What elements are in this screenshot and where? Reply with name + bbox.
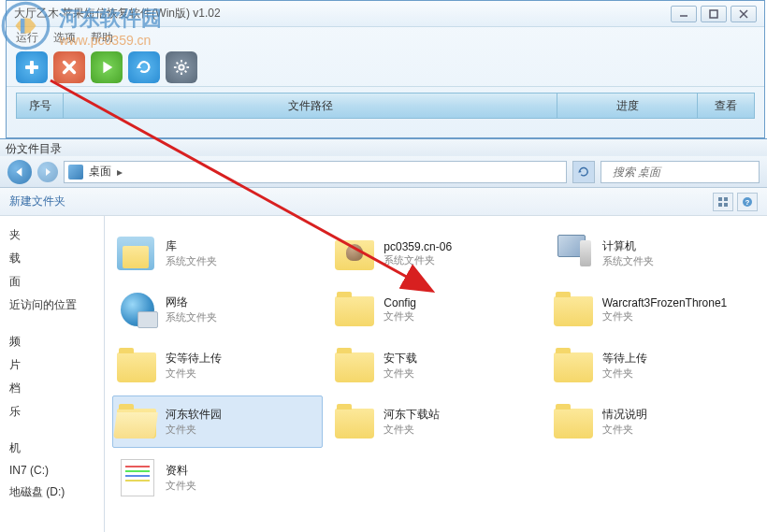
svg-rect-8	[25, 65, 38, 69]
folder-name: 安下载	[384, 351, 536, 367]
sidebar-item[interactable]: 面	[4, 270, 100, 294]
table-header: 序号 文件路径 进度 查看	[16, 93, 755, 119]
breadcrumb[interactable]: 桌面 ▸	[64, 161, 567, 183]
settings-button[interactable]	[166, 51, 197, 83]
new-folder-button[interactable]: 新建文件夹	[9, 194, 65, 209]
folder-type: 文件夹	[166, 423, 318, 437]
help-button[interactable]: ?	[737, 193, 758, 211]
svg-marker-23	[46, 168, 51, 176]
nav-back-button[interactable]	[7, 160, 32, 184]
folder-name: Warcraft3FrozenThrone1	[602, 296, 755, 309]
play-button[interactable]	[91, 51, 123, 83]
svg-line-21	[177, 70, 179, 72]
folder-name: 情况说明	[602, 407, 755, 423]
folder-name: 河东软件园	[166, 407, 318, 423]
nav-refresh-button[interactable]	[572, 161, 595, 183]
svg-line-19	[185, 70, 187, 72]
sidebar-item[interactable]: IN7 (C:)	[4, 460, 100, 481]
explorer-body: 夹 载 面 近访问的位置 频 片 档 乐 机 IN7 (C:) 地磁盘 (D:)…	[0, 216, 767, 532]
sidebar-item[interactable]: 乐	[4, 400, 100, 424]
folder-item[interactable]: 资料文件夹	[112, 452, 323, 504]
refresh-button[interactable]	[128, 51, 160, 83]
minimize-button[interactable]	[671, 6, 697, 22]
app-title: 大厅乙木·苹果短信恢复软件(Win版) v1.02	[14, 6, 671, 22]
folder-icon	[335, 403, 376, 440]
folder-type: 系统文件夹	[384, 253, 536, 267]
folder-name: 资料	[166, 463, 318, 479]
folder-item[interactable]: 网络系统文件夹	[112, 283, 323, 336]
sidebar-item[interactable]: 地磁盘 (D:)	[4, 481, 100, 504]
menu-run[interactable]: 运行	[16, 30, 38, 46]
svg-marker-11	[103, 61, 112, 73]
sidebar-item[interactable]: 载	[4, 247, 100, 270]
folder-item[interactable]: 情况说明文件夹	[549, 395, 760, 448]
folder-item[interactable]: 计算机系统文件夹	[549, 227, 760, 280]
app-toolbar	[7, 48, 764, 87]
nav-forward-button[interactable]	[37, 162, 58, 182]
folder-type: 文件夹	[166, 479, 318, 493]
delete-button[interactable]	[53, 51, 85, 83]
explorer-sidebar: 夹 载 面 近访问的位置 频 片 档 乐 机 IN7 (C:) 地磁盘 (D:)	[0, 216, 105, 532]
folder-name: 库	[166, 238, 318, 254]
search-box[interactable]	[601, 161, 760, 183]
folder-type: 文件夹	[602, 423, 755, 437]
folder-item[interactable]: Config文件夹	[330, 283, 541, 336]
menu-help[interactable]: 帮助	[91, 30, 113, 46]
menu-options[interactable]: 选项	[53, 30, 76, 46]
column-progress[interactable]: 进度	[557, 93, 698, 118]
folder-name: Config	[384, 296, 536, 309]
folder-icon	[117, 347, 158, 384]
folder-item[interactable]: 安下载文件夹	[330, 339, 541, 392]
app-titlebar: 大厅乙木·苹果短信恢复软件(Win版) v1.02	[7, 1, 764, 27]
pc-icon	[554, 235, 595, 272]
folder-name: 安等待上传	[166, 351, 318, 367]
sidebar-item[interactable]: 频	[4, 330, 100, 353]
chevron-right-icon: ▸	[117, 165, 123, 179]
folder-item[interactable]: Warcraft3FrozenThrone1文件夹	[549, 283, 760, 336]
column-path[interactable]: 文件路径	[64, 93, 557, 118]
folder-type: 文件夹	[384, 367, 536, 381]
sidebar-item[interactable]: 片	[4, 353, 100, 377]
net-icon	[117, 291, 158, 328]
folder-item[interactable]: 等待上传文件夹	[549, 339, 760, 392]
folder-name: pc0359.cn-06	[384, 240, 536, 253]
explorer-toolbar: 新建文件夹 ?	[0, 188, 767, 216]
svg-line-18	[177, 62, 179, 64]
folder-open-icon	[117, 403, 158, 440]
folder-type: 系统文件夹	[602, 254, 755, 268]
app-menubar: 运行 选项 帮助	[7, 27, 764, 48]
svg-line-20	[185, 62, 187, 64]
sidebar-item[interactable]: 机	[4, 437, 100, 460]
folder-type: 文件夹	[602, 367, 755, 381]
doc-icon	[117, 459, 158, 496]
folder-item[interactable]: 河东下载站文件夹	[330, 395, 541, 448]
add-button[interactable]	[16, 51, 48, 83]
column-view[interactable]: 查看	[698, 93, 754, 118]
folder-icon	[554, 347, 595, 384]
close-button[interactable]	[731, 6, 757, 22]
sidebar-item[interactable]: 近访问的位置	[4, 294, 100, 317]
folder-item[interactable]: 河东软件园文件夹	[112, 395, 323, 448]
view-mode-button[interactable]	[713, 193, 733, 211]
column-seq[interactable]: 序号	[17, 93, 64, 118]
folder-type: 文件夹	[602, 309, 755, 324]
maximize-button[interactable]	[701, 6, 727, 22]
desktop-icon	[68, 165, 83, 180]
view-options: ?	[713, 193, 758, 211]
sidebar-item[interactable]: 夹	[4, 223, 100, 247]
folder-item[interactable]: pc0359.cn-06系统文件夹	[330, 227, 541, 280]
folder-icon	[554, 291, 595, 328]
sidebar-item[interactable]: 档	[4, 377, 100, 400]
svg-point-13	[179, 65, 183, 69]
search-input[interactable]	[613, 165, 754, 179]
folder-type: 文件夹	[384, 423, 536, 437]
folder-type: 系统文件夹	[166, 310, 318, 324]
folder-icon	[335, 291, 376, 328]
folder-name: 计算机	[602, 238, 755, 254]
folder-item[interactable]: 库系统文件夹	[112, 227, 323, 280]
breadcrumb-text: 桌面	[89, 164, 111, 180]
svg-rect-27	[718, 197, 722, 201]
lib-icon	[117, 235, 158, 272]
svg-rect-28	[724, 197, 728, 201]
folder-item[interactable]: 安等待上传文件夹	[112, 339, 323, 392]
